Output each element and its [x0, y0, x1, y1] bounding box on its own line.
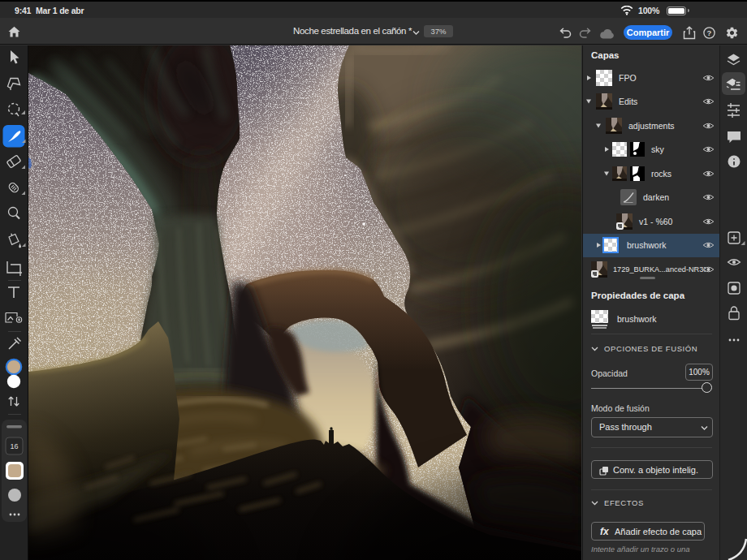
svg-text:?: ? [707, 28, 712, 37]
svg-text:16: 16 [10, 442, 18, 450]
